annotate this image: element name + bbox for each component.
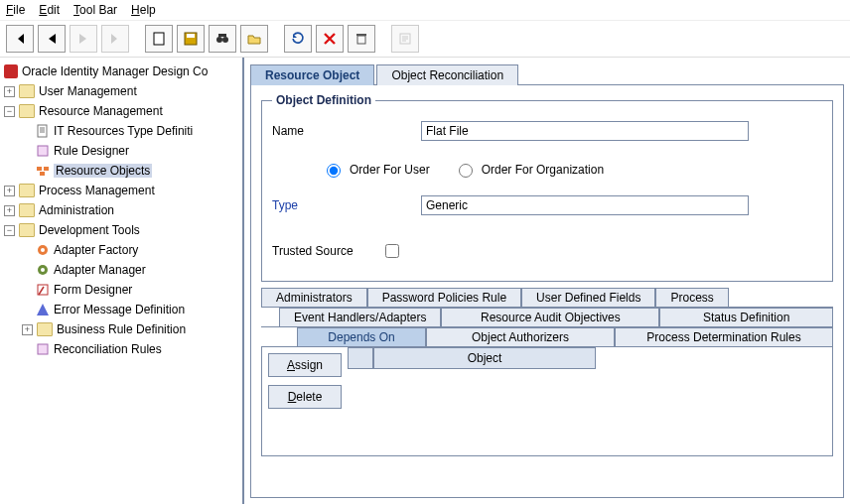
tree-adapter-factory[interactable]: Adapter Factory bbox=[2, 240, 240, 260]
tree-it-resources[interactable]: IT Resources Type Definiti bbox=[2, 121, 240, 141]
rule-icon bbox=[36, 144, 50, 158]
notes-button[interactable] bbox=[391, 25, 419, 53]
tree-label: Adapter Manager bbox=[54, 263, 146, 277]
order-for-user-radio[interactable]: Order For User bbox=[322, 161, 430, 178]
open-button[interactable] bbox=[240, 25, 268, 53]
next-icon bbox=[78, 33, 88, 45]
tree-label: Development Tools bbox=[39, 223, 140, 237]
trash-button[interactable] bbox=[348, 25, 375, 53]
menu-help[interactable]: Help bbox=[131, 3, 156, 17]
tree-label: Administration bbox=[39, 203, 114, 217]
new-button[interactable] bbox=[145, 25, 173, 53]
tree-rule-designer[interactable]: Rule Designer bbox=[2, 141, 240, 161]
open-folder-icon bbox=[247, 32, 261, 46]
tree-label-selected: Resource Objects bbox=[54, 164, 152, 178]
assign-button[interactable]: Assign bbox=[268, 353, 342, 377]
resource-object-panel: Object Definition Name Order For User Or… bbox=[250, 85, 844, 498]
grid-body[interactable] bbox=[348, 369, 832, 455]
menu-file[interactable]: File bbox=[6, 3, 25, 17]
search-button[interactable] bbox=[209, 25, 236, 53]
menu-edit[interactable]: Edit bbox=[39, 3, 60, 17]
svg-rect-2 bbox=[187, 34, 195, 38]
tree-resource-mgmt[interactable]: − Resource Management bbox=[2, 101, 240, 121]
name-input[interactable] bbox=[421, 121, 749, 141]
tree-form-designer[interactable]: Form Designer bbox=[2, 280, 240, 300]
tab-resource-object[interactable]: Resource Object bbox=[250, 64, 374, 85]
last-button[interactable] bbox=[101, 25, 129, 53]
order-user-input[interactable] bbox=[327, 164, 341, 178]
folder-icon bbox=[19, 223, 35, 237]
svg-point-15 bbox=[41, 248, 45, 252]
notes-icon bbox=[398, 32, 412, 46]
tree-label: Error Message Definition bbox=[54, 303, 185, 316]
object-definition-legend: Object Definition bbox=[272, 93, 375, 107]
refresh-button[interactable] bbox=[284, 25, 312, 53]
subtab-resource-audit[interactable]: Resource Audit Objectives bbox=[441, 308, 659, 326]
svg-point-4 bbox=[222, 37, 228, 43]
tree-root[interactable]: Oracle Identity Manager Design Co bbox=[2, 62, 240, 81]
tree-label: Business Rule Definition bbox=[57, 322, 186, 336]
tree-resource-objects[interactable]: Resource Objects bbox=[2, 161, 240, 181]
svg-rect-6 bbox=[357, 36, 365, 44]
tree-adapter-manager[interactable]: Adapter Manager bbox=[2, 260, 240, 280]
prev-button[interactable] bbox=[38, 25, 66, 53]
menu-toolbar[interactable]: Tool Bar bbox=[73, 3, 117, 17]
menu-bar: File Edit Tool Bar Help bbox=[0, 0, 850, 21]
subtab-object-authorizers[interactable]: Object Authorizers bbox=[426, 327, 615, 346]
tree-error-msg[interactable]: Error Message Definition bbox=[2, 300, 240, 319]
order-org-input[interactable] bbox=[459, 164, 473, 178]
svg-point-17 bbox=[41, 268, 45, 272]
type-label[interactable]: Type bbox=[272, 198, 421, 212]
subtab-password-policies[interactable]: Password Policies Rule bbox=[367, 288, 521, 307]
subtab-process-determination[interactable]: Process Determination Rules bbox=[615, 327, 833, 346]
svg-rect-19 bbox=[38, 344, 48, 354]
subtab-status-definition[interactable]: Status Definition bbox=[659, 308, 833, 326]
collapse-icon[interactable]: − bbox=[4, 106, 15, 117]
tree-administration[interactable]: + Administration bbox=[2, 200, 240, 220]
tree-dev-tools[interactable]: − Development Tools bbox=[2, 220, 240, 240]
expand-icon[interactable]: + bbox=[4, 205, 15, 216]
next-button[interactable] bbox=[70, 25, 97, 53]
tree-label: Form Designer bbox=[54, 283, 132, 297]
objects-icon bbox=[36, 164, 50, 178]
type-input[interactable] bbox=[421, 195, 749, 215]
first-button[interactable] bbox=[6, 25, 34, 53]
tree-label: Process Management bbox=[39, 184, 155, 197]
svg-rect-13 bbox=[40, 172, 45, 176]
delete-button[interactable]: Delete bbox=[268, 385, 342, 409]
svg-rect-9 bbox=[38, 125, 47, 137]
prev-icon bbox=[47, 33, 57, 45]
tree-user-mgmt[interactable]: + User Management bbox=[2, 81, 240, 101]
svg-rect-7 bbox=[356, 34, 366, 36]
save-button[interactable] bbox=[177, 25, 205, 53]
first-icon bbox=[14, 33, 26, 45]
object-definition-group: Object Definition Name Order For User Or… bbox=[261, 93, 833, 282]
tab-object-reconciliation[interactable]: Object Reconciliation bbox=[376, 64, 518, 85]
tree-business-rule[interactable]: + Business Rule Definition bbox=[2, 319, 240, 339]
expand-icon[interactable]: + bbox=[22, 324, 33, 335]
trusted-source-checkbox[interactable] bbox=[385, 244, 399, 258]
delete-x-icon bbox=[323, 32, 337, 46]
tree-label: Adapter Factory bbox=[54, 243, 138, 257]
order-user-label: Order For User bbox=[350, 163, 430, 177]
order-for-org-radio[interactable]: Order For Organization bbox=[454, 161, 604, 178]
folder-icon bbox=[19, 184, 35, 197]
delete-button[interactable] bbox=[316, 25, 344, 53]
subtab-administrators[interactable]: Administrators bbox=[261, 288, 367, 307]
tree-recon-rules[interactable]: Reconciliation Rules bbox=[2, 339, 240, 359]
grid-col-object[interactable]: Object bbox=[373, 347, 596, 369]
subtab-user-defined-fields[interactable]: User Defined Fields bbox=[521, 288, 655, 307]
grid-row-header[interactable] bbox=[348, 347, 373, 369]
expand-icon[interactable]: + bbox=[4, 186, 15, 196]
new-icon bbox=[152, 32, 166, 46]
subtab-depends-on[interactable]: Depends On bbox=[297, 327, 426, 346]
svg-rect-10 bbox=[38, 146, 48, 156]
tree-label: Reconciliation Rules bbox=[54, 342, 162, 356]
expand-icon[interactable]: + bbox=[4, 86, 15, 97]
tree-label: Rule Designer bbox=[54, 144, 129, 158]
collapse-icon[interactable]: − bbox=[4, 225, 15, 236]
svg-rect-11 bbox=[37, 167, 42, 171]
subtab-event-handlers[interactable]: Event Handlers/Adapters bbox=[279, 308, 441, 326]
subtab-process[interactable]: Process bbox=[655, 288, 728, 307]
tree-process-mgmt[interactable]: + Process Management bbox=[2, 181, 240, 200]
